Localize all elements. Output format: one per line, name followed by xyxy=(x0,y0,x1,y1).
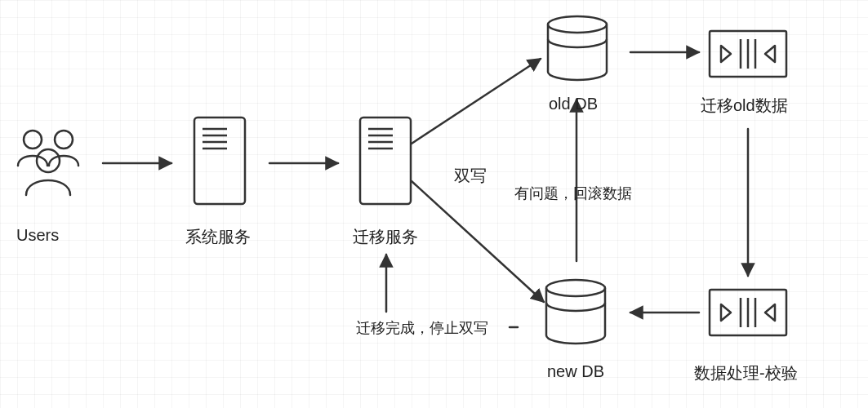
migrate-old-data-label: 迁移old数据 xyxy=(701,95,788,117)
new-db-icon xyxy=(546,280,605,344)
dual-write-label: 双写 xyxy=(454,165,487,187)
edge-migration-to-olddb xyxy=(412,59,541,144)
new-db-label: new DB xyxy=(547,362,604,381)
users-label: Users xyxy=(16,226,59,245)
svg-rect-8 xyxy=(360,118,411,204)
migration-done-label: 迁移完成，停止双写 xyxy=(356,318,488,338)
old-db-label: old DB xyxy=(549,95,598,113)
svg-rect-3 xyxy=(194,118,245,204)
migrate-old-data-icon xyxy=(710,31,786,77)
migration-service-label: 迁移服务 xyxy=(353,226,418,248)
users-icon xyxy=(18,131,78,195)
data-process-label: 数据处理-校验 xyxy=(694,362,798,384)
diagram-canvas: Users 系统服务 迁移服务 old DB new DB 迁移old数据 数据… xyxy=(0,0,868,408)
svg-point-0 xyxy=(24,131,42,149)
system-service-icon xyxy=(194,118,245,204)
rollback-label: 有问题，回滚数据 xyxy=(514,184,632,203)
old-db-icon xyxy=(548,16,607,80)
svg-point-2 xyxy=(37,149,60,172)
migration-service-icon xyxy=(360,118,411,204)
svg-point-13 xyxy=(548,16,607,33)
system-service-label: 系统服务 xyxy=(185,226,251,248)
data-process-icon xyxy=(710,290,786,335)
svg-point-1 xyxy=(55,131,73,149)
svg-point-14 xyxy=(546,280,605,296)
